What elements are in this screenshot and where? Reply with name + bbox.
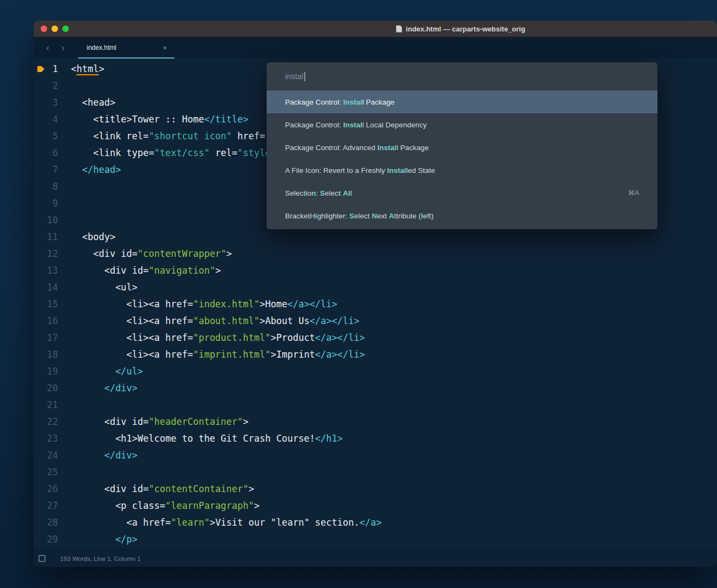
code-text: <li><a href="index.html">Home</a></li> <box>63 296 337 313</box>
close-window-button[interactable] <box>41 25 47 32</box>
status-bar: 193 Words, Line 1, Column 1 <box>34 550 717 567</box>
match-highlight: N <box>372 212 377 220</box>
code-text: </ul> <box>63 363 143 380</box>
code-text: <body> <box>63 229 115 245</box>
code-line[interactable]: 14 <ul> <box>34 279 717 296</box>
code-line[interactable]: 20 </div> <box>34 380 717 397</box>
line-number: 23 <box>34 430 63 447</box>
code-text: <title>Tower :: Home</title> <box>63 111 249 128</box>
chevron-left-icon[interactable]: ‹ <box>40 42 55 54</box>
palette-query: instal <box>285 72 303 81</box>
tab-bar: ‹ › index.html × <box>34 37 717 59</box>
code-line[interactable]: 12 <div id="contentWrapper"> <box>34 245 717 262</box>
code-text: <div id="headerContainer"> <box>63 413 249 430</box>
code-line[interactable]: 21 <box>34 397 717 413</box>
line-number: 9 <box>34 195 63 212</box>
traffic-lights <box>41 25 69 32</box>
titlebar[interactable]: index.html — carparts-website_orig <box>34 21 717 37</box>
line-number: 3 <box>34 94 63 111</box>
palette-item[interactable]: Package Control: Install Package <box>267 91 657 113</box>
code-text <box>63 77 71 94</box>
close-tab-icon[interactable]: × <box>163 44 167 52</box>
command-palette-input[interactable]: instal <box>267 62 657 91</box>
code-text: <ul> <box>63 279 138 296</box>
match-highlight: A <box>343 189 348 197</box>
line-number: 6 <box>34 145 63 161</box>
code-line[interactable]: 29 </p> <box>34 531 717 548</box>
code-line[interactable]: 25 <box>34 464 717 481</box>
code-text: <a href="learn">Visit our "learn" sectio… <box>63 514 382 531</box>
code-text <box>63 195 71 212</box>
code-text <box>63 212 71 229</box>
line-number: 4 <box>34 111 63 128</box>
code-line[interactable]: 17 <li><a href="product.html">Product</a… <box>34 329 717 346</box>
code-line[interactable]: 18 <li><a href="imprint.html">Imprint</a… <box>34 346 717 363</box>
palette-item-text: BracketH <box>285 212 315 220</box>
code-line[interactable]: 13 <div id="navigation"> <box>34 262 717 279</box>
palette-item[interactable]: A File Icon: Revert to a Freshly Install… <box>267 159 657 182</box>
code-line[interactable]: 27 <p class="learnParagraph"> <box>34 497 717 514</box>
code-text <box>63 464 71 481</box>
line-number: 15 <box>34 296 63 313</box>
tab-index-html[interactable]: index.html × <box>78 37 175 59</box>
chevron-right-icon[interactable]: › <box>55 42 70 54</box>
palette-item-text: Package Control: <box>285 121 343 129</box>
code-line[interactable]: 15 <li><a href="index.html">Home</a></li… <box>34 296 717 313</box>
window-title-wrap: index.html — carparts-website_orig <box>396 21 525 37</box>
match-highlight: Instal <box>343 98 362 106</box>
palette-item-text: o <box>307 189 312 197</box>
line-number: 27 <box>34 497 63 514</box>
code-text: <div id="contentWrapper"> <box>63 245 232 262</box>
code-text: <link rel="shortcut icon" href="im <box>63 128 282 145</box>
code-text <box>63 397 71 413</box>
code-line[interactable]: 28 <a href="learn">Visit our "learn" sec… <box>34 514 717 531</box>
palette-item[interactable]: Selection: Select All⌘A <box>267 182 657 204</box>
palette-item[interactable]: Package Control: Install Local Dependenc… <box>267 113 657 136</box>
palette-item-text: : <box>316 189 320 197</box>
palette-item[interactable]: BracketHighlighter: Select Next Attribut… <box>267 204 657 227</box>
code-text: <p class="learnParagraph"> <box>63 497 260 514</box>
code-text: <h1>Welcome to the Git Crash Course!</h1… <box>63 430 343 447</box>
code-text: </p> <box>63 531 138 548</box>
palette-item-text: ghlighter: <box>317 212 349 220</box>
panel-toggle-icon[interactable] <box>38 555 46 562</box>
minimize-window-button[interactable] <box>51 25 58 32</box>
palette-item-text: led State <box>406 166 435 175</box>
line-number: 21 <box>34 397 63 413</box>
palette-item-text: A File Icon: Revert to a Freshly <box>285 166 387 175</box>
line-number: 13 <box>34 262 63 279</box>
code-line[interactable]: 22 <div id="headerContainer"> <box>34 413 717 430</box>
bookmark-icon <box>37 66 44 72</box>
window-title: index.html — carparts-website_orig <box>406 25 525 33</box>
match-highlight: S <box>320 189 325 197</box>
code-line[interactable]: 24 </div> <box>34 447 717 464</box>
zoom-window-button[interactable] <box>62 25 69 32</box>
line-number: 26 <box>34 481 63 497</box>
code-line[interactable]: 26 <div id="contentContainer"> <box>34 481 717 497</box>
code-line[interactable]: 19 </ul> <box>34 363 717 380</box>
line-number: 18 <box>34 346 63 363</box>
tab-label: index.html <box>87 44 117 51</box>
line-number: 12 <box>34 245 63 262</box>
line-number: 24 <box>34 447 63 464</box>
line-number: 28 <box>34 514 63 531</box>
palette-item-text: eft) <box>423 212 434 220</box>
code-line[interactable]: 16 <li><a href="about.html">About Us</a>… <box>34 313 717 329</box>
match-highlight: Instal <box>377 144 396 152</box>
line-number: 2 <box>34 77 63 94</box>
line-number: 10 <box>34 212 63 229</box>
line-number: 1 <box>34 61 63 77</box>
line-number: 8 <box>34 178 63 195</box>
palette-item-text: l Local Dependency <box>363 121 427 129</box>
palette-item-text: l Package <box>397 144 429 152</box>
code-line[interactable]: 11 <body> <box>34 229 717 245</box>
keyboard-shortcut: ⌘A <box>628 189 639 197</box>
palette-item[interactable]: Package Control: Advanced Install Packag… <box>267 136 657 159</box>
line-number: 20 <box>34 380 63 397</box>
palette-item-text: Package Control: Advanced <box>285 144 377 152</box>
palette-item-text: Package Control: <box>285 98 343 106</box>
code-text: </div> <box>63 380 138 397</box>
code-line[interactable]: 23 <h1>Welcome to the Git Crash Course!<… <box>34 430 717 447</box>
document-icon <box>396 25 402 33</box>
status-text: 193 Words, Line 1, Column 1 <box>60 555 141 562</box>
